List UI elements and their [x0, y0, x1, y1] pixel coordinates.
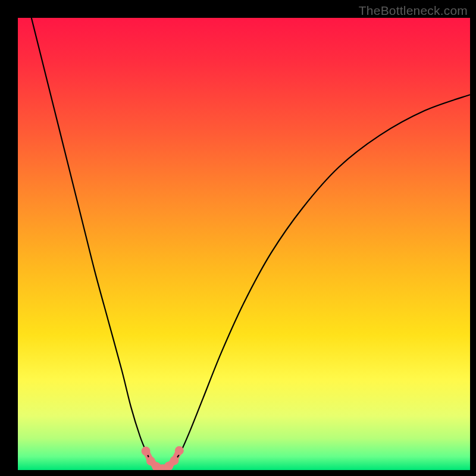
- watermark-text: TheBottleneck.com: [359, 4, 468, 18]
- marker-dot: [142, 447, 151, 456]
- plot-area: [18, 18, 470, 470]
- curve-layer: [18, 18, 470, 470]
- marker-dot: [170, 456, 178, 465]
- marker-dots: [142, 446, 184, 470]
- marker-dot: [175, 446, 184, 455]
- bottleneck-curve: [32, 18, 470, 469]
- chart-stage: TheBottleneck.com: [0, 0, 476, 476]
